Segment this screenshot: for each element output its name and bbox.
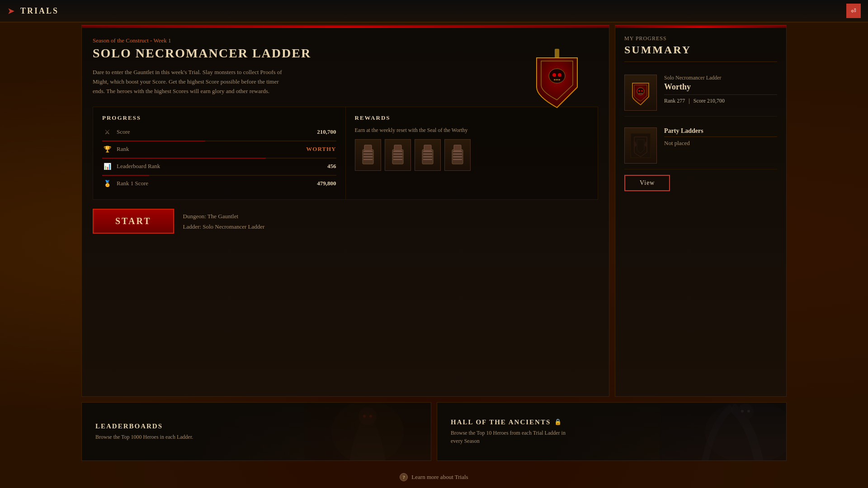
hall-desc: Browse the Top 10 Heroes from each Trial… xyxy=(451,429,568,445)
view-button[interactable]: View xyxy=(624,175,670,191)
progress-header: PROGRESS xyxy=(102,114,336,122)
reward-item-4 xyxy=(444,139,471,171)
hall-title: HALL OF THE ANCIENTS 🔒 xyxy=(451,418,568,426)
svg-rect-24 xyxy=(423,156,432,157)
svg-rect-36 xyxy=(640,93,641,94)
leaderboard-value: 456 xyxy=(327,163,336,170)
svg-rect-12 xyxy=(363,156,373,157)
leaderboards-desc: Browse the Top 1000 Heroes in each Ladde… xyxy=(95,433,193,441)
score-row: ⚔ Score 210,700 xyxy=(102,127,336,137)
leaderboard-bar xyxy=(102,175,336,176)
reward-item-2 xyxy=(385,139,411,171)
top-bar: ➤ TRIALS ⏎ xyxy=(0,0,868,23)
party-card-content: Party Ladders Not placed xyxy=(664,127,777,147)
rank-value: WORTHY xyxy=(306,145,336,153)
party-summary-card: Party Ladders Not placed xyxy=(624,122,777,169)
party-divider xyxy=(664,136,777,137)
svg-rect-22 xyxy=(423,151,432,152)
solo-rank-score: Rank 277 | Score 210,700 xyxy=(664,98,777,104)
solo-summary-card: Solo Necromancer Ladder Worthy Rank 277 … xyxy=(624,69,777,117)
start-area: START Dungeon: The Gauntlet Ladder: Solo… xyxy=(93,209,598,234)
dungeon-info: Dungeon: The Gauntlet Ladder: Solo Necro… xyxy=(183,211,265,232)
rank1-row: 🏅 Rank 1 Score 479,800 xyxy=(102,178,336,188)
score-label: Score xyxy=(117,128,312,136)
footer-text[interactable]: Learn more about Trials xyxy=(411,474,468,481)
reward-item-1 xyxy=(355,139,381,171)
svg-rect-19 xyxy=(393,159,402,160)
page-title: TRIALS xyxy=(20,6,59,16)
solo-card-label: Solo Necromancer Ladder xyxy=(664,75,777,81)
bottom-section: LEADERBOARDS Browse the Top 1000 Heroes … xyxy=(81,402,787,461)
hall-card[interactable]: HALL OF THE ANCIENTS 🔒 Browse the Top 10… xyxy=(437,402,787,461)
trial-emblem xyxy=(528,47,586,114)
solo-card-content: Solo Necromancer Ladder Worthy Rank 277 … xyxy=(664,75,777,104)
rank-icon: 🏆 xyxy=(102,144,112,154)
solo-rank: 277 xyxy=(677,98,685,104)
top-section: Season of the Construct - Week 1 SOLO NE… xyxy=(81,25,787,397)
rank1-value: 479,800 xyxy=(317,180,336,187)
score-icon: ⚔ xyxy=(102,127,112,137)
leaderboards-card[interactable]: LEADERBOARDS Browse the Top 1000 Heroes … xyxy=(81,402,431,461)
rank-prefix: Rank 277 xyxy=(664,98,685,104)
svg-rect-11 xyxy=(363,154,373,155)
rank1-icon: 🏅 xyxy=(102,178,112,188)
solo-badge xyxy=(624,75,657,111)
trials-arrow-icon: ➤ xyxy=(7,5,15,16)
close-button[interactable]: ⏎ xyxy=(846,4,861,18)
svg-rect-7 xyxy=(558,79,560,80)
party-ladder-title: Party Ladders xyxy=(664,127,777,135)
ladder-description: Dare to enter the Gauntlet in this week'… xyxy=(93,68,292,96)
svg-rect-28 xyxy=(453,151,462,152)
footer: ? Learn more about Trials xyxy=(0,473,868,481)
svg-rect-6 xyxy=(556,79,558,80)
leaderboards-text: LEADERBOARDS Browse the Top 1000 Heroes … xyxy=(95,422,193,441)
lock-icon: 🔒 xyxy=(554,418,562,426)
rank1-label: Rank 1 Score xyxy=(117,180,312,187)
solo-card-rank-label: Worthy xyxy=(664,82,777,92)
svg-rect-18 xyxy=(393,156,402,157)
svg-point-2 xyxy=(549,69,565,83)
rewards-subtitle: Earn at the weekly reset with the Seal o… xyxy=(355,127,589,134)
solo-divider xyxy=(664,94,777,95)
progress-rewards-container: PROGRESS ⚔ Score 210,700 🏆 Rank WOR xyxy=(93,107,598,200)
svg-rect-13 xyxy=(363,159,373,160)
rank-label: Rank xyxy=(117,145,302,153)
party-ladder-status: Not placed xyxy=(664,140,777,147)
emblem-area xyxy=(523,40,591,121)
separator: | xyxy=(689,98,689,104)
left-panel: Season of the Construct - Week 1 SOLO NE… xyxy=(81,25,609,397)
svg-point-34 xyxy=(641,90,643,92)
score-bar xyxy=(102,141,336,141)
leaderboard-icon: 📊 xyxy=(102,161,112,171)
ladder-title: SOLO NECROMANCER LADDER xyxy=(93,46,598,61)
leaderboards-title: LEADERBOARDS xyxy=(95,422,193,430)
score-value: 210,700 xyxy=(317,128,336,136)
svg-rect-15 xyxy=(394,145,401,150)
right-panel: My Progress SUMMARY xyxy=(615,25,787,397)
leaderboard-label: Leaderboard Rank xyxy=(117,163,323,170)
svg-rect-5 xyxy=(554,79,556,80)
hall-text: HALL OF THE ANCIENTS 🔒 Browse the Top 10… xyxy=(451,418,568,445)
svg-rect-35 xyxy=(639,93,640,94)
dungeon-name: Dungeon: The Gauntlet xyxy=(183,211,265,221)
svg-rect-17 xyxy=(393,154,402,155)
svg-rect-21 xyxy=(424,145,431,150)
svg-point-4 xyxy=(558,73,561,77)
start-button[interactable]: START xyxy=(93,209,174,234)
svg-rect-10 xyxy=(363,151,373,152)
rank-bar xyxy=(102,158,336,159)
party-badge xyxy=(624,127,657,164)
svg-rect-37 xyxy=(642,93,642,94)
svg-rect-23 xyxy=(423,154,432,155)
help-icon[interactable]: ? xyxy=(400,473,408,481)
season-label: Season of the Construct - Week 1 xyxy=(93,37,598,44)
solo-score: 210,700 xyxy=(707,98,725,104)
svg-rect-30 xyxy=(453,156,462,157)
summary-title: SUMMARY xyxy=(624,44,777,62)
reward-items-container xyxy=(355,139,589,171)
svg-rect-16 xyxy=(393,151,402,152)
svg-rect-31 xyxy=(453,159,462,160)
svg-rect-27 xyxy=(454,145,461,150)
my-progress-label: My Progress xyxy=(624,35,777,42)
svg-point-3 xyxy=(552,73,556,77)
